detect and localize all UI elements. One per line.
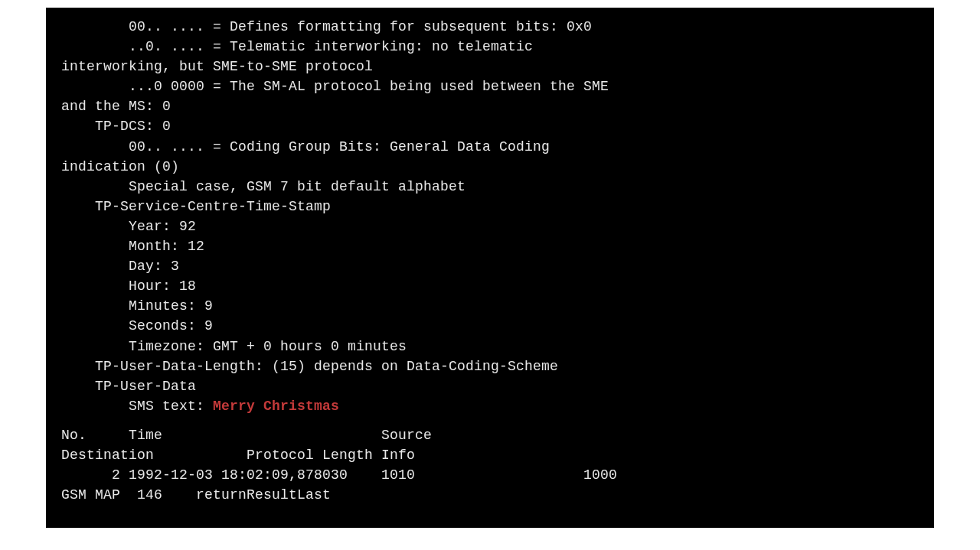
timestamp-day: Day: 3 [61, 256, 919, 276]
tp-pid-telematic-cont: interworking, but SME-to-SME protocol [61, 57, 919, 76]
sms-text-line: SMS text: Merry Christmas [61, 396, 919, 416]
tp-pid-bits-format: 00.. .... = Defines formatting for subse… [61, 17, 919, 37]
timestamp-header: TP-Service-Centre-Time-Stamp [61, 197, 919, 216]
terminal-output: 00.. .... = Defines formatting for subse… [46, 8, 934, 528]
packet-row-1: 2 1992-12-03 18:02:09,878030 1010 1000 [61, 465, 919, 485]
timestamp-hour: Hour: 18 [61, 276, 919, 296]
timestamp-minutes: Minutes: 9 [61, 296, 919, 316]
sms-label: SMS text: [61, 399, 213, 414]
sms-text-value: Merry Christmas [213, 399, 339, 414]
tp-dcs-coding-group: 00.. .... = Coding Group Bits: General D… [61, 137, 919, 157]
packet-row-2: GSM MAP 146 returnResultLast [61, 485, 919, 505]
timestamp-month: Month: 12 [61, 236, 919, 256]
tp-dcs-header: TP-DCS: 0 [61, 116, 919, 136]
timestamp-year: Year: 92 [61, 216, 919, 236]
timestamp-seconds: Seconds: 9 [61, 316, 919, 336]
user-data-length: TP-User-Data-Length: (15) depends on Dat… [61, 356, 919, 376]
tp-pid-telematic: ..0. .... = Telematic interworking: no t… [61, 37, 919, 57]
tp-pid-smal: ...0 0000 = The SM-AL protocol being use… [61, 76, 919, 96]
tp-dcs-coding-group-cont: indication (0) [61, 157, 919, 177]
packet-header-2: Destination Protocol Length Info [61, 445, 919, 465]
tp-pid-smal-cont: and the MS: 0 [61, 96, 919, 116]
timestamp-timezone: Timezone: GMT + 0 hours 0 minutes [61, 337, 919, 356]
packet-header-1: No. Time Source [61, 425, 919, 445]
tp-dcs-special-case: Special case, GSM 7 bit default alphabet [61, 177, 919, 197]
user-data-header: TP-User-Data [61, 376, 919, 396]
